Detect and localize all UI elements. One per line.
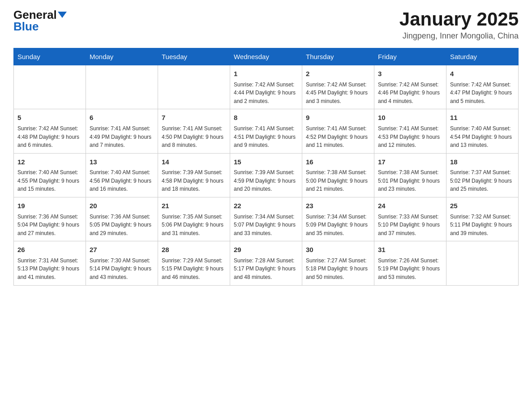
day-number: 18 (450, 157, 515, 167)
calendar-cell: 25Sunrise: 7:32 AM Sunset: 5:11 PM Dayli… (446, 197, 519, 241)
day-number: 8 (234, 113, 298, 123)
day-info: Sunrise: 7:37 AM Sunset: 5:02 PM Dayligh… (450, 168, 515, 193)
day-of-week-header: Monday (86, 48, 158, 65)
calendar-cell (446, 241, 519, 285)
day-info: Sunrise: 7:39 AM Sunset: 4:58 PM Dayligh… (162, 168, 226, 193)
day-of-week-header: Wednesday (230, 48, 302, 65)
logo-triangle-icon (58, 12, 67, 18)
page-header: General Blue January 2025 Jingpeng, Inne… (13, 9, 519, 41)
calendar-cell: 7Sunrise: 7:41 AM Sunset: 4:50 PM Daylig… (158, 109, 230, 153)
day-of-week-header: Tuesday (158, 48, 230, 65)
calendar-cell: 13Sunrise: 7:40 AM Sunset: 4:56 PM Dayli… (86, 153, 158, 197)
day-info: Sunrise: 7:36 AM Sunset: 5:04 PM Dayligh… (17, 213, 82, 238)
calendar-title: January 2025 (399, 9, 519, 30)
day-number: 2 (306, 69, 370, 79)
day-info: Sunrise: 7:26 AM Sunset: 5:19 PM Dayligh… (378, 257, 442, 282)
calendar-cell: 28Sunrise: 7:29 AM Sunset: 5:15 PM Dayli… (158, 241, 230, 285)
calendar-cell: 3Sunrise: 7:42 AM Sunset: 4:46 PM Daylig… (374, 65, 446, 109)
calendar-cell: 24Sunrise: 7:33 AM Sunset: 5:10 PM Dayli… (374, 197, 446, 241)
calendar-cell: 10Sunrise: 7:41 AM Sunset: 4:53 PM Dayli… (374, 109, 446, 153)
calendar-cell: 18Sunrise: 7:37 AM Sunset: 5:02 PM Dayli… (446, 153, 519, 197)
calendar-week-row: 12Sunrise: 7:40 AM Sunset: 4:55 PM Dayli… (14, 153, 519, 197)
day-number: 29 (234, 245, 298, 255)
day-info: Sunrise: 7:29 AM Sunset: 5:15 PM Dayligh… (162, 257, 226, 282)
day-of-week-header: Friday (374, 48, 446, 65)
calendar-subtitle: Jingpeng, Inner Mongolia, China (399, 31, 519, 41)
day-info: Sunrise: 7:40 AM Sunset: 4:56 PM Dayligh… (90, 168, 154, 193)
day-number: 6 (90, 113, 154, 123)
day-number: 10 (378, 113, 442, 123)
day-number: 11 (450, 113, 515, 123)
day-number: 27 (90, 245, 154, 255)
day-info: Sunrise: 7:38 AM Sunset: 5:00 PM Dayligh… (306, 168, 370, 193)
day-info: Sunrise: 7:42 AM Sunset: 4:47 PM Dayligh… (450, 81, 515, 106)
day-number: 7 (162, 113, 226, 123)
calendar-cell: 16Sunrise: 7:38 AM Sunset: 5:00 PM Dayli… (302, 153, 374, 197)
calendar-cell: 29Sunrise: 7:28 AM Sunset: 5:17 PM Dayli… (230, 241, 302, 285)
day-info: Sunrise: 7:41 AM Sunset: 4:53 PM Dayligh… (378, 124, 442, 150)
day-info: Sunrise: 7:42 AM Sunset: 4:45 PM Dayligh… (306, 81, 370, 106)
day-number: 15 (234, 157, 298, 167)
logo-blue-text: Blue (13, 20, 39, 33)
calendar-cell: 6Sunrise: 7:41 AM Sunset: 4:49 PM Daylig… (86, 109, 158, 153)
calendar-cell: 4Sunrise: 7:42 AM Sunset: 4:47 PM Daylig… (446, 65, 519, 109)
day-info: Sunrise: 7:33 AM Sunset: 5:10 PM Dayligh… (378, 213, 442, 238)
day-number: 20 (90, 201, 154, 211)
day-info: Sunrise: 7:31 AM Sunset: 5:13 PM Dayligh… (17, 257, 82, 282)
day-info: Sunrise: 7:35 AM Sunset: 5:06 PM Dayligh… (162, 213, 226, 238)
day-info: Sunrise: 7:36 AM Sunset: 5:05 PM Dayligh… (90, 213, 154, 238)
calendar-cell: 12Sunrise: 7:40 AM Sunset: 4:55 PM Dayli… (14, 153, 86, 197)
day-info: Sunrise: 7:42 AM Sunset: 4:48 PM Dayligh… (17, 124, 82, 150)
day-info: Sunrise: 7:40 AM Sunset: 4:54 PM Dayligh… (450, 124, 515, 150)
calendar-week-row: 26Sunrise: 7:31 AM Sunset: 5:13 PM Dayli… (14, 241, 519, 285)
calendar-week-row: 5Sunrise: 7:42 AM Sunset: 4:48 PM Daylig… (14, 109, 519, 153)
day-number: 3 (378, 69, 442, 79)
day-info: Sunrise: 7:41 AM Sunset: 4:51 PM Dayligh… (234, 124, 298, 150)
calendar-table: SundayMondayTuesdayWednesdayThursdayFrid… (13, 48, 519, 285)
day-number: 14 (162, 157, 226, 167)
day-number: 23 (306, 201, 370, 211)
calendar-cell: 22Sunrise: 7:34 AM Sunset: 5:07 PM Dayli… (230, 197, 302, 241)
calendar-cell (158, 65, 230, 109)
calendar-cell: 15Sunrise: 7:39 AM Sunset: 4:59 PM Dayli… (230, 153, 302, 197)
day-info: Sunrise: 7:41 AM Sunset: 4:52 PM Dayligh… (306, 124, 370, 150)
day-info: Sunrise: 7:34 AM Sunset: 5:09 PM Dayligh… (306, 213, 370, 238)
day-number: 13 (90, 157, 154, 167)
calendar-cell (86, 65, 158, 109)
day-number: 26 (17, 245, 82, 255)
day-info: Sunrise: 7:30 AM Sunset: 5:14 PM Dayligh… (90, 257, 154, 282)
day-number: 22 (234, 201, 298, 211)
day-info: Sunrise: 7:32 AM Sunset: 5:11 PM Dayligh… (450, 213, 515, 238)
day-number: 21 (162, 201, 226, 211)
calendar-cell: 23Sunrise: 7:34 AM Sunset: 5:09 PM Dayli… (302, 197, 374, 241)
day-info: Sunrise: 7:34 AM Sunset: 5:07 PM Dayligh… (234, 213, 298, 238)
calendar-cell: 14Sunrise: 7:39 AM Sunset: 4:58 PM Dayli… (158, 153, 230, 197)
calendar-cell: 2Sunrise: 7:42 AM Sunset: 4:45 PM Daylig… (302, 65, 374, 109)
calendar-cell: 31Sunrise: 7:26 AM Sunset: 5:19 PM Dayli… (374, 241, 446, 285)
logo-general-text: General (13, 9, 57, 21)
day-number: 9 (306, 113, 370, 123)
day-number: 30 (306, 245, 370, 255)
calendar-week-row: 1Sunrise: 7:42 AM Sunset: 4:44 PM Daylig… (14, 65, 519, 109)
day-info: Sunrise: 7:28 AM Sunset: 5:17 PM Dayligh… (234, 257, 298, 282)
calendar-cell: 5Sunrise: 7:42 AM Sunset: 4:48 PM Daylig… (14, 109, 86, 153)
calendar-cell: 9Sunrise: 7:41 AM Sunset: 4:52 PM Daylig… (302, 109, 374, 153)
day-number: 28 (162, 245, 226, 255)
day-number: 25 (450, 201, 515, 211)
day-number: 4 (450, 69, 515, 79)
day-number: 24 (378, 201, 442, 211)
logo: General Blue (13, 9, 67, 32)
calendar-cell: 17Sunrise: 7:38 AM Sunset: 5:01 PM Dayli… (374, 153, 446, 197)
calendar-cell: 21Sunrise: 7:35 AM Sunset: 5:06 PM Dayli… (158, 197, 230, 241)
calendar-week-row: 19Sunrise: 7:36 AM Sunset: 5:04 PM Dayli… (14, 197, 519, 241)
calendar-cell: 1Sunrise: 7:42 AM Sunset: 4:44 PM Daylig… (230, 65, 302, 109)
day-info: Sunrise: 7:40 AM Sunset: 4:55 PM Dayligh… (17, 168, 82, 193)
day-number: 1 (234, 69, 298, 79)
day-info: Sunrise: 7:39 AM Sunset: 4:59 PM Dayligh… (234, 168, 298, 193)
calendar-cell: 8Sunrise: 7:41 AM Sunset: 4:51 PM Daylig… (230, 109, 302, 153)
calendar-cell: 27Sunrise: 7:30 AM Sunset: 5:14 PM Dayli… (86, 241, 158, 285)
calendar-cell: 11Sunrise: 7:40 AM Sunset: 4:54 PM Dayli… (446, 109, 519, 153)
calendar-cell: 20Sunrise: 7:36 AM Sunset: 5:05 PM Dayli… (86, 197, 158, 241)
day-number: 16 (306, 157, 370, 167)
day-info: Sunrise: 7:27 AM Sunset: 5:18 PM Dayligh… (306, 257, 370, 282)
